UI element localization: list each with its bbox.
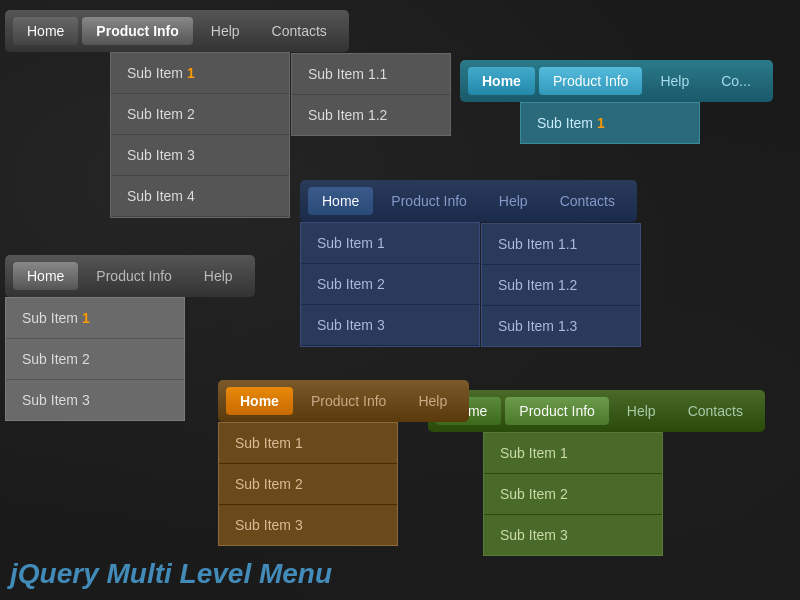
menu1-contacts-btn[interactable]: Contacts: [258, 17, 341, 45]
menu3-navbar: Home Product Info Help Contacts: [300, 180, 637, 222]
list-item[interactable]: Sub Item 2: [6, 339, 184, 380]
menu-2: Home Product Info Help Co... Sub Item 1: [460, 60, 773, 102]
menu5-navbar: Home Product Info Help: [218, 380, 469, 422]
menu-5: Home Product Info Help Sub Item 1 Sub It…: [218, 380, 469, 422]
list-item[interactable]: Sub Item 2: [484, 474, 662, 515]
menu-6: Home Product Info Help Contacts Sub Item…: [428, 390, 765, 432]
menu4-home-btn[interactable]: Home: [13, 262, 78, 290]
list-item[interactable]: Sub Item 1: [6, 298, 184, 339]
list-item[interactable]: Sub Item 2: [219, 464, 397, 505]
list-item[interactable]: Sub Item 3: [6, 380, 184, 420]
menu2-navbar: Home Product Info Help Co...: [460, 60, 773, 102]
menu3-contacts-btn[interactable]: Contacts: [546, 187, 629, 215]
menu5-dropdown: Sub Item 1 Sub Item 2 Sub Item 3: [218, 422, 398, 546]
menu1-home-btn[interactable]: Home: [13, 17, 78, 45]
menu-4: Home Product Info Help Sub Item 1 Sub It…: [5, 255, 255, 297]
list-item[interactable]: Sub Item 3: [111, 135, 289, 176]
list-item[interactable]: Sub Item 1: [301, 223, 479, 264]
menu1-help-btn[interactable]: Help: [197, 17, 254, 45]
menu3-dropdown: Sub Item 1 Sub Item 2 Sub Item 3 Sub Ite…: [300, 222, 480, 347]
list-item[interactable]: Sub Item 4: [111, 176, 289, 217]
list-item[interactable]: Sub Item 1.2: [292, 95, 450, 135]
menu4-help-btn[interactable]: Help: [190, 262, 247, 290]
menu4-product-btn[interactable]: Product Info: [82, 262, 186, 290]
menu-1: Home Product Info Help Contacts Sub Item…: [5, 10, 349, 52]
accent-1: 1: [187, 65, 195, 81]
list-item[interactable]: Sub Item 1.3: [482, 306, 640, 346]
menu6-dropdown: Sub Item 1 Sub Item 2 Sub Item 3: [483, 432, 663, 556]
menu4-navbar: Home Product Info Help: [5, 255, 255, 297]
menu6-product-btn[interactable]: Product Info: [505, 397, 609, 425]
menu2-home-btn[interactable]: Home: [468, 67, 535, 95]
menu2-product-btn[interactable]: Product Info: [539, 67, 643, 95]
accent-1: 1: [82, 310, 90, 326]
menu5-home-btn[interactable]: Home: [226, 387, 293, 415]
menu6-contacts-btn[interactable]: Contacts: [674, 397, 757, 425]
list-item[interactable]: Sub Item 3: [219, 505, 397, 545]
menu-3: Home Product Info Help Contacts Sub Item…: [300, 180, 637, 222]
menu2-help-btn[interactable]: Help: [646, 67, 703, 95]
menu3-sub-dropdown: Sub Item 1.1 Sub Item 1.2 Sub Item 1.3: [481, 223, 641, 347]
list-item[interactable]: Sub Item 3: [301, 305, 479, 346]
menu4-dropdown: Sub Item 1 Sub Item 2 Sub Item 3: [5, 297, 185, 421]
list-item[interactable]: Sub Item 1.2: [482, 265, 640, 306]
menu1-product-btn[interactable]: Product Info: [82, 17, 192, 45]
menu6-navbar: Home Product Info Help Contacts: [428, 390, 765, 432]
menu6-help-btn[interactable]: Help: [613, 397, 670, 425]
menu5-product-btn[interactable]: Product Info: [297, 387, 401, 415]
menu3-product-btn[interactable]: Product Info: [377, 187, 481, 215]
list-item[interactable]: Sub Item 1: [484, 433, 662, 474]
list-item[interactable]: Sub Item 1: [111, 53, 289, 94]
watermark-text: jQuery Multi Level Menu: [10, 558, 332, 590]
list-item[interactable]: Sub Item 3: [484, 515, 662, 555]
list-item[interactable]: Sub Item 1: [521, 103, 699, 143]
list-item[interactable]: Sub Item 1.1: [482, 224, 640, 265]
menu1-navbar: Home Product Info Help Contacts: [5, 10, 349, 52]
list-item[interactable]: Sub Item 1: [219, 423, 397, 464]
menu1-sub-dropdown: Sub Item 1.1 Sub Item 1.2: [291, 53, 451, 136]
menu3-home-btn[interactable]: Home: [308, 187, 373, 215]
menu2-dropdown: Sub Item 1: [520, 102, 700, 144]
list-item[interactable]: Sub Item 2: [111, 94, 289, 135]
menu1-dropdown: Sub Item 1 Sub Item 2 Sub Item 3 Sub Ite…: [110, 52, 290, 218]
list-item[interactable]: Sub Item 2: [301, 264, 479, 305]
menu5-help-btn[interactable]: Help: [404, 387, 461, 415]
menu3-help-btn[interactable]: Help: [485, 187, 542, 215]
menu2-contacts-btn[interactable]: Co...: [707, 67, 765, 95]
accent-1: 1: [597, 115, 605, 131]
list-item[interactable]: Sub Item 1.1: [292, 54, 450, 95]
